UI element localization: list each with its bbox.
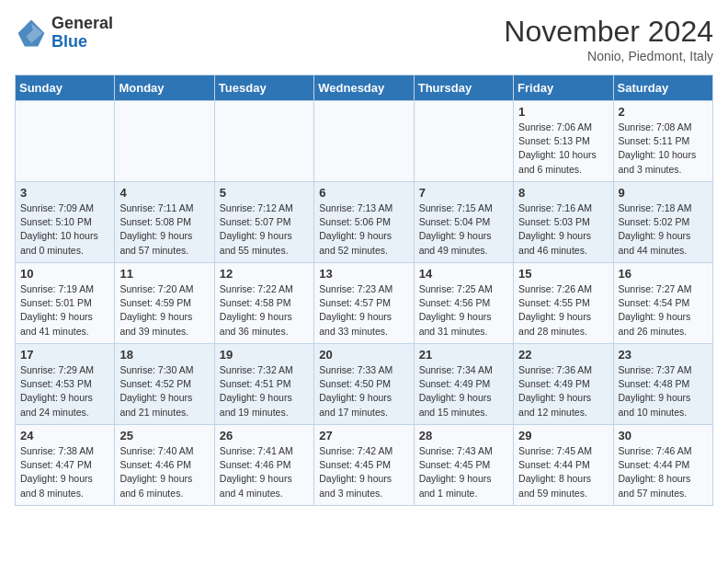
day-info: Sunrise: 7:13 AM Sunset: 5:06 PM Dayligh… [319, 201, 408, 258]
header-tuesday: Tuesday [214, 75, 313, 101]
day-number: 27 [319, 429, 408, 442]
day-number: 5 [220, 186, 309, 200]
day-info: Sunrise: 7:37 AM Sunset: 4:48 PM Dayligh… [619, 363, 708, 419]
day-info: Sunrise: 7:27 AM Sunset: 4:54 PM Dayligh… [619, 282, 708, 339]
header-saturday: Saturday [613, 75, 712, 101]
day-info: Sunrise: 7:06 AM Sunset: 5:13 PM Dayligh… [518, 121, 608, 177]
day-number: 22 [518, 348, 608, 362]
day-number: 28 [419, 429, 508, 442]
calendar-cell: 28Sunrise: 7:43 AM Sunset: 4:45 PM Dayli… [414, 425, 513, 506]
calendar-cell: 26Sunrise: 7:41 AM Sunset: 4:46 PM Dayli… [214, 425, 313, 506]
week-row-4: 24Sunrise: 7:38 AM Sunset: 4:47 PM Dayli… [16, 425, 713, 506]
day-info: Sunrise: 7:40 AM Sunset: 4:46 PM Dayligh… [119, 444, 209, 500]
day-info: Sunrise: 7:11 AM Sunset: 5:08 PM Dayligh… [119, 201, 209, 258]
calendar-cell: 22Sunrise: 7:36 AM Sunset: 4:49 PM Dayli… [514, 344, 613, 425]
calendar-cell: 15Sunrise: 7:26 AM Sunset: 4:55 PM Dayli… [514, 263, 613, 344]
day-number: 3 [20, 186, 109, 200]
day-number: 13 [319, 267, 408, 281]
day-number: 20 [319, 348, 408, 362]
day-number: 10 [20, 267, 109, 281]
calendar-cell [115, 101, 214, 182]
page-header: General Blue November 2024 Nonio, Piedmo… [15, 15, 713, 63]
calendar-cell: 5Sunrise: 7:12 AM Sunset: 5:07 PM Daylig… [214, 182, 313, 263]
logo-blue: Blue [51, 33, 113, 52]
day-number: 30 [619, 429, 708, 442]
calendar-cell: 23Sunrise: 7:37 AM Sunset: 4:48 PM Dayli… [613, 344, 712, 425]
calendar-body: 1Sunrise: 7:06 AM Sunset: 5:13 PM Daylig… [16, 101, 713, 506]
calendar-cell: 4Sunrise: 7:11 AM Sunset: 5:08 PM Daylig… [115, 182, 214, 263]
calendar-cell: 6Sunrise: 7:13 AM Sunset: 5:06 PM Daylig… [314, 182, 414, 263]
header-sunday: Sunday [16, 75, 115, 101]
day-number: 23 [619, 348, 708, 362]
logo-general: General [51, 15, 113, 33]
calendar-cell [414, 101, 513, 182]
day-info: Sunrise: 7:08 AM Sunset: 5:11 PM Dayligh… [619, 121, 708, 177]
day-info: Sunrise: 7:33 AM Sunset: 4:50 PM Dayligh… [319, 363, 408, 419]
day-number: 11 [119, 267, 209, 281]
day-info: Sunrise: 7:09 AM Sunset: 5:10 PM Dayligh… [20, 201, 109, 258]
month-title: November 2024 [504, 15, 713, 49]
day-number: 6 [319, 186, 408, 200]
logo-text: General Blue [51, 15, 113, 52]
day-info: Sunrise: 7:18 AM Sunset: 5:02 PM Dayligh… [619, 201, 708, 258]
calendar-cell: 27Sunrise: 7:42 AM Sunset: 4:45 PM Dayli… [314, 425, 414, 506]
day-info: Sunrise: 7:45 AM Sunset: 4:44 PM Dayligh… [518, 444, 608, 500]
calendar-cell: 2Sunrise: 7:08 AM Sunset: 5:11 PM Daylig… [613, 101, 712, 182]
calendar-cell: 30Sunrise: 7:46 AM Sunset: 4:44 PM Dayli… [613, 425, 712, 506]
day-info: Sunrise: 7:38 AM Sunset: 4:47 PM Dayligh… [20, 444, 109, 500]
calendar-cell: 1Sunrise: 7:06 AM Sunset: 5:13 PM Daylig… [514, 101, 613, 182]
calendar-cell: 9Sunrise: 7:18 AM Sunset: 5:02 PM Daylig… [613, 182, 712, 263]
day-info: Sunrise: 7:26 AM Sunset: 4:55 PM Dayligh… [518, 282, 608, 339]
calendar-cell: 16Sunrise: 7:27 AM Sunset: 4:54 PM Dayli… [613, 263, 712, 344]
day-info: Sunrise: 7:34 AM Sunset: 4:49 PM Dayligh… [419, 363, 508, 419]
calendar-cell: 29Sunrise: 7:45 AM Sunset: 4:44 PM Dayli… [514, 425, 613, 506]
calendar-cell: 12Sunrise: 7:22 AM Sunset: 4:58 PM Dayli… [214, 263, 313, 344]
calendar-cell: 24Sunrise: 7:38 AM Sunset: 4:47 PM Dayli… [16, 425, 115, 506]
calendar-cell: 17Sunrise: 7:29 AM Sunset: 4:53 PM Dayli… [16, 344, 115, 425]
calendar-cell [214, 101, 313, 182]
day-number: 19 [220, 348, 309, 362]
day-number: 25 [119, 429, 209, 442]
header-row: SundayMondayTuesdayWednesdayThursdayFrid… [16, 75, 713, 101]
day-number: 12 [220, 267, 309, 281]
calendar-cell [16, 101, 115, 182]
calendar-header: SundayMondayTuesdayWednesdayThursdayFrid… [16, 75, 713, 101]
day-number: 17 [20, 348, 109, 362]
calendar-cell: 13Sunrise: 7:23 AM Sunset: 4:57 PM Dayli… [314, 263, 414, 344]
day-number: 15 [518, 267, 608, 281]
calendar-cell: 7Sunrise: 7:15 AM Sunset: 5:04 PM Daylig… [414, 182, 513, 263]
day-info: Sunrise: 7:12 AM Sunset: 5:07 PM Dayligh… [220, 201, 309, 258]
calendar-cell [314, 101, 414, 182]
logo: General Blue [15, 15, 113, 52]
day-number: 24 [20, 429, 109, 442]
day-info: Sunrise: 7:23 AM Sunset: 4:57 PM Dayligh… [319, 282, 408, 339]
day-info: Sunrise: 7:30 AM Sunset: 4:52 PM Dayligh… [119, 363, 209, 419]
day-number: 8 [518, 186, 608, 200]
day-info: Sunrise: 7:25 AM Sunset: 4:56 PM Dayligh… [419, 282, 508, 339]
calendar-cell: 10Sunrise: 7:19 AM Sunset: 5:01 PM Dayli… [16, 263, 115, 344]
calendar-cell: 25Sunrise: 7:40 AM Sunset: 4:46 PM Dayli… [115, 425, 214, 506]
calendar-cell: 3Sunrise: 7:09 AM Sunset: 5:10 PM Daylig… [16, 182, 115, 263]
day-info: Sunrise: 7:36 AM Sunset: 4:49 PM Dayligh… [518, 363, 608, 419]
calendar-cell: 19Sunrise: 7:32 AM Sunset: 4:51 PM Dayli… [214, 344, 313, 425]
week-row-0: 1Sunrise: 7:06 AM Sunset: 5:13 PM Daylig… [16, 101, 713, 182]
day-info: Sunrise: 7:46 AM Sunset: 4:44 PM Dayligh… [619, 444, 708, 500]
day-number: 4 [119, 186, 209, 200]
calendar-cell: 18Sunrise: 7:30 AM Sunset: 4:52 PM Dayli… [115, 344, 214, 425]
title-block: November 2024 Nonio, Piedmont, Italy [504, 15, 713, 63]
day-info: Sunrise: 7:15 AM Sunset: 5:04 PM Dayligh… [419, 201, 508, 258]
week-row-3: 17Sunrise: 7:29 AM Sunset: 4:53 PM Dayli… [16, 344, 713, 425]
day-info: Sunrise: 7:29 AM Sunset: 4:53 PM Dayligh… [20, 363, 109, 419]
day-number: 7 [419, 186, 508, 200]
calendar-cell: 11Sunrise: 7:20 AM Sunset: 4:59 PM Dayli… [115, 263, 214, 344]
calendar-cell: 8Sunrise: 7:16 AM Sunset: 5:03 PM Daylig… [514, 182, 613, 263]
day-info: Sunrise: 7:16 AM Sunset: 5:03 PM Dayligh… [518, 201, 608, 258]
header-thursday: Thursday [414, 75, 513, 101]
header-friday: Friday [514, 75, 613, 101]
day-info: Sunrise: 7:43 AM Sunset: 4:45 PM Dayligh… [419, 444, 508, 500]
day-info: Sunrise: 7:41 AM Sunset: 4:46 PM Dayligh… [220, 444, 309, 500]
day-number: 14 [419, 267, 508, 281]
week-row-1: 3Sunrise: 7:09 AM Sunset: 5:10 PM Daylig… [16, 182, 713, 263]
week-row-2: 10Sunrise: 7:19 AM Sunset: 5:01 PM Dayli… [16, 263, 713, 344]
calendar-cell: 20Sunrise: 7:33 AM Sunset: 4:50 PM Dayli… [314, 344, 414, 425]
